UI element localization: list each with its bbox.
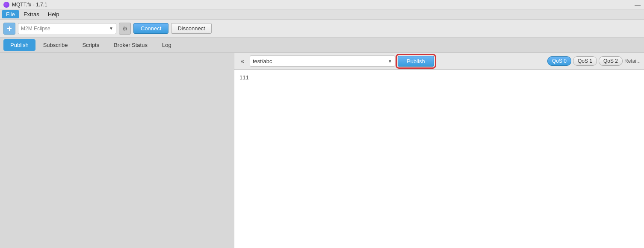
tab-log[interactable]: Log	[155, 39, 178, 51]
app-title: MQTT.fx - 1.7.1	[12, 2, 47, 8]
tab-scripts[interactable]: Scripts	[75, 39, 106, 51]
publish-button[interactable]: Publish	[398, 56, 434, 67]
qos-group: QoS 0 QoS 1 QoS 2 Retai...	[547, 56, 641, 66]
dropdown-arrow-icon[interactable]: ▼	[109, 26, 113, 31]
tab-broker-status[interactable]: Broker Status	[107, 39, 154, 51]
collapse-button[interactable]: «	[238, 56, 247, 66]
main-content: « test/abc ▼ Publish QoS 0 QoS 1 QoS 2 R…	[0, 53, 644, 248]
retain-label: Retai...	[624, 58, 641, 64]
topic-dropdown-icon[interactable]: ▼	[388, 59, 392, 64]
qos0-button[interactable]: QoS 0	[547, 56, 571, 66]
close-button[interactable]: —	[635, 2, 641, 8]
menu-help[interactable]: Help	[44, 10, 64, 18]
settings-button[interactable]: ⚙	[119, 23, 131, 35]
connection-name: M2M Eclipse	[21, 26, 50, 32]
connection-select[interactable]: M2M Eclipse ▼	[18, 23, 116, 34]
topic-input[interactable]: test/abc	[253, 58, 388, 64]
topic-input-wrapper: test/abc ▼	[250, 55, 395, 67]
app-icon	[3, 2, 9, 8]
left-panel	[0, 53, 234, 248]
message-area[interactable]: 111	[234, 70, 644, 248]
title-bar: MQTT.fx - 1.7.1 —	[0, 0, 644, 9]
message-content: 111	[239, 73, 639, 82]
tab-subscribe[interactable]: Subscribe	[36, 39, 75, 51]
publish-toolbar: « test/abc ▼ Publish QoS 0 QoS 1 QoS 2 R…	[234, 53, 644, 70]
qos1-button[interactable]: QoS 1	[573, 56, 597, 66]
right-panel: « test/abc ▼ Publish QoS 0 QoS 1 QoS 2 R…	[234, 53, 644, 248]
tab-bar: Publish Subscribe Scripts Broker Status …	[0, 38, 644, 53]
qos2-button[interactable]: QoS 2	[599, 56, 623, 66]
menu-file[interactable]: File	[2, 10, 19, 18]
toolbar: M2M Eclipse ▼ ⚙ Connect Disconnect	[0, 20, 644, 38]
connect-button[interactable]: Connect	[133, 23, 168, 34]
menu-bar: File Extras Help	[0, 9, 644, 20]
svg-rect-1	[9, 26, 10, 31]
new-profile-button[interactable]	[3, 23, 15, 35]
menu-extras[interactable]: Extras	[19, 10, 44, 18]
disconnect-button[interactable]: Disconnect	[171, 23, 211, 34]
tab-publish[interactable]: Publish	[3, 39, 35, 51]
